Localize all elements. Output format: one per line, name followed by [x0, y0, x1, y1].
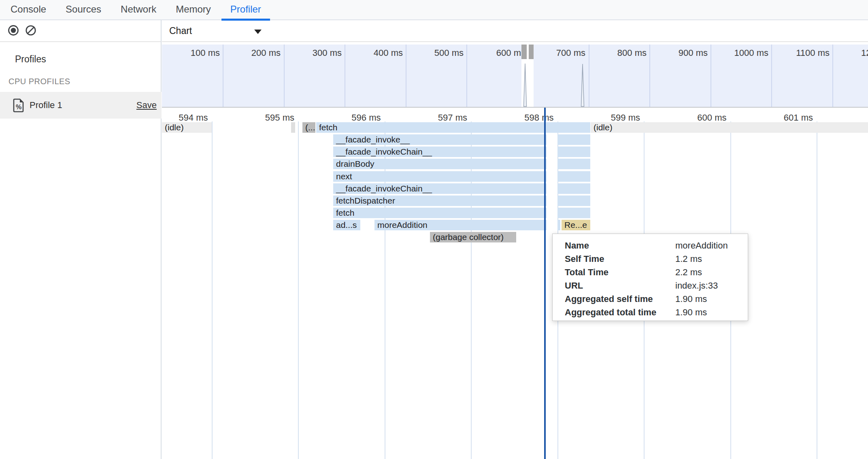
flame-bar[interactable]: (idle) [591, 122, 868, 133]
tooltip-row: URLindex.js:33 [553, 279, 748, 292]
tab-profiler-label: Profiler [230, 4, 261, 15]
tooltip-field-value: 1.2 ms [675, 252, 702, 266]
tooltip-row: Aggregated total time1.90 ms [553, 306, 748, 319]
tooltip-field-label: Total Time [565, 266, 608, 279]
ruler-tick-label: 596 ms [312, 113, 381, 123]
playhead-marker-line [544, 108, 546, 459]
devtools-window: Console Sources Network Memory Profiler [0, 0, 868, 459]
timeline-overview[interactable]: 100 ms200 ms300 ms400 ms500 ms600 m700 m… [162, 45, 868, 107]
tooltip-row: Total Time2.2 ms [553, 266, 748, 279]
flame-bar-fragment[interactable] [557, 171, 590, 182]
tooltip-row: Self Time1.2 ms [553, 252, 748, 266]
flame-bar[interactable]: __facade_invokeChain__ [333, 147, 547, 157]
tooltip-field-label: Aggregated total time [565, 306, 656, 319]
ruler-tick-label: 595 ms [226, 113, 294, 123]
ruler-tick-label: 600 ms [658, 113, 727, 123]
flame-bar-fragment[interactable] [557, 183, 590, 194]
ruler-tick-label: 599 ms [571, 113, 640, 123]
clear-profiles-button[interactable] [25, 24, 37, 36]
flame-bar-fragment[interactable] [557, 196, 590, 206]
flame-bar[interactable]: ad...s [333, 220, 360, 230]
tooltip-field-label: Name [565, 239, 589, 252]
chevron-down-icon [254, 30, 262, 34]
ruler-tick-label: 601 ms [744, 113, 813, 123]
time-gridline [298, 121, 299, 459]
overview-bottom-border [162, 107, 868, 108]
tooltip-field-value: moreAddition [675, 239, 728, 252]
clear-icon [26, 26, 35, 35]
tab-memory[interactable]: Memory [176, 0, 211, 20]
view-mode-value: Chart [169, 20, 192, 42]
tooltip-field-value: index.js:33 [675, 279, 718, 292]
flame-bar-fragment[interactable] [557, 159, 590, 169]
flame-bar-fragment[interactable] [557, 147, 590, 157]
chart-toolbar: Chart [162, 20, 868, 42]
ruler-tick-label: 594 ms [139, 113, 208, 123]
tooltip-field-label: Self Time [565, 252, 604, 266]
flame-bar-fragment[interactable] [557, 208, 590, 218]
tooltip-field-label: Aggregated self time [565, 292, 653, 306]
tooltip-row: NamemoreAddition [553, 239, 748, 252]
record-icon [9, 26, 18, 35]
flame-bar[interactable]: (idle) [162, 122, 212, 133]
time-gridline [212, 121, 213, 459]
flame-bar[interactable]: __facade_invoke__ [333, 134, 547, 145]
flame-bar-fragment[interactable] [557, 134, 590, 145]
ruler-tick-label: 597 ms [398, 113, 467, 123]
flame-bar-fragment[interactable] [557, 220, 560, 230]
record-profile-button[interactable] [7, 24, 19, 36]
view-mode-select[interactable]: Chart [169, 20, 274, 42]
flame-bar[interactable]: moreAddition [374, 220, 547, 230]
frame-details-tooltip: NamemoreAdditionSelf Time1.2 msTotal Tim… [552, 234, 748, 321]
flame-bar[interactable]: drainBody [333, 159, 547, 169]
tab-profiler[interactable]: Profiler [230, 0, 261, 20]
tab-console[interactable]: Console [11, 0, 46, 20]
devtools-tabbar: Console Sources Network Memory Profiler [0, 0, 868, 20]
cpu-activity-spikes [162, 45, 868, 107]
flame-bar[interactable]: fetch [316, 122, 590, 133]
flame-bar-fragment[interactable] [291, 122, 295, 133]
flame-bar[interactable]: Re...e [562, 220, 590, 230]
tooltip-row: Aggregated self time1.90 ms [553, 292, 748, 306]
tab-sources[interactable]: Sources [66, 0, 101, 20]
tooltip-field-value: 1.90 ms [675, 292, 707, 306]
flame-bar[interactable]: (garbage collector) [430, 232, 516, 242]
profiles-sidebar: Profiles CPU PROFILES % Profile 1 Save [0, 20, 162, 459]
profile-document-icon: % [13, 98, 24, 113]
flame-bar[interactable]: (... [302, 122, 315, 133]
tooltip-field-label: URL [565, 279, 583, 292]
profiles-heading: Profiles [15, 54, 46, 65]
ruler-tick-label: 598 ms [485, 113, 554, 123]
svg-text:%: % [16, 104, 21, 110]
tooltip-field-value: 1.90 ms [675, 306, 707, 319]
flame-bar[interactable]: fetch [333, 208, 547, 218]
profiler-main-pane: Chart 100 ms200 ms300 ms400 ms500 ms600 … [162, 20, 868, 459]
tooltip-field-value: 2.2 ms [675, 266, 702, 279]
profiler-toolbar [0, 20, 161, 42]
flame-bar[interactable]: fetchDispatcher [333, 196, 547, 206]
profile-name: Profile 1 [30, 92, 62, 119]
time-gridline [817, 121, 817, 459]
cpu-spike [524, 64, 527, 106]
flame-bar[interactable]: next [333, 171, 547, 182]
cpu-profiles-section-label: CPU PROFILES [9, 77, 70, 86]
cpu-spike [581, 64, 584, 106]
flame-bar[interactable]: __facade_invokeChain__ [333, 183, 547, 194]
profile-list-item[interactable]: % Profile 1 Save [0, 92, 162, 119]
tab-network[interactable]: Network [121, 0, 156, 20]
